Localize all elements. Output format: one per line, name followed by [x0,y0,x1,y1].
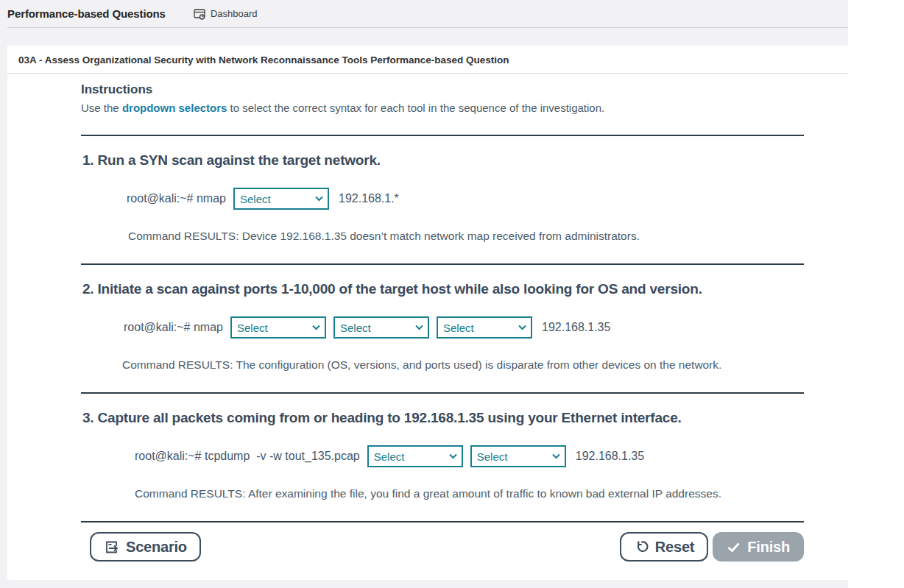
question-card: 03A - Assess Organizational Security wit… [7,46,848,580]
question-content: Instructions Use the dropdown selectors … [7,82,848,562]
terminal-prompt: root@kali:~# nmap [124,321,223,334]
question-set-title: 03A - Assess Organizational Security wit… [7,46,848,74]
dashboard-label: Dashboard [211,8,258,19]
footer-toolbar: Scenario Reset [81,532,804,562]
question-1-title: 1. Run a SYN scan against the target net… [82,152,804,169]
reset-button[interactable]: Reset [620,532,708,562]
top-bar: Performance-based Questions Dashboard [0,0,848,27]
question-2-results: Command RESULTS: The configuration (OS, … [81,358,804,372]
scenario-icon [104,539,119,555]
command-argument: 192.168.1.35 [576,450,644,463]
topbar-divider [7,27,848,28]
reset-icon [634,539,649,554]
instructions-prefix: Use the [81,102,122,114]
dashboard-icon [194,8,206,20]
app-window: Performance-based Questions Dashboard 03… [0,0,848,588]
question-2-command-row: root@kali:~# nmap Select Select [81,316,804,339]
question-1-results: Command RESULTS: Device 192.168.1.35 doe… [81,230,804,243]
section-divider [81,135,804,136]
question-3-title: 3. Capture all packets coming from or he… [82,410,804,426]
section-divider [81,263,804,265]
instructions-heading: Instructions [81,82,804,97]
instructions-suffix: to select the correct syntax for each to… [227,102,604,114]
question-3-results: Command RESULTS: After examining the fil… [81,487,804,500]
section-divider [81,521,804,523]
q2-syntax-select-2[interactable]: Select [333,316,429,339]
terminal-prompt: root@kali:~# tcpdump -v -w tout_135.pcap [135,450,360,463]
question-1-command-row: root@kali:~# nmap Select 192.168.1.* [81,188,804,210]
instructions-text: Use the dropdown selectors to select the… [81,102,804,114]
checkmark-icon [727,540,741,554]
question-3-command-row: root@kali:~# tcpdump -v -w tout_135.pcap… [81,445,804,467]
q2-syntax-select-3[interactable]: Select [437,316,532,339]
footer-right-group: Reset Finish [620,532,804,562]
question-2-title: 2. Initiate a scan against ports 1-10,00… [82,281,804,297]
q3-syntax-select-1[interactable]: Select [367,445,463,467]
q2-syntax-select-1[interactable]: Select [230,316,326,339]
q3-syntax-select-2[interactable]: Select [470,445,566,467]
terminal-prompt: root@kali:~# nmap [127,192,226,205]
scenario-label: Scenario [126,539,187,556]
question-3: 3. Capture all packets coming from or he… [81,410,804,500]
question-2: 2. Initiate a scan against ports 1-10,00… [81,281,804,372]
finish-label: Finish [747,539,790,556]
section-divider [81,392,804,394]
dashboard-button[interactable]: Dashboard [191,7,261,21]
page-title: Performance-based Questions [7,7,166,20]
command-argument: 192.168.1.* [339,192,399,205]
q1-syntax-select-1[interactable]: Select [233,188,329,210]
command-argument: 192.168.1.35 [542,321,610,334]
finish-button[interactable]: Finish [713,532,804,562]
reset-label: Reset [655,539,694,556]
question-1: 1. Run a SYN scan against the target net… [81,152,804,243]
dropdown-selectors-emphasis: dropdown selectors [122,102,227,114]
scenario-button[interactable]: Scenario [90,532,201,562]
